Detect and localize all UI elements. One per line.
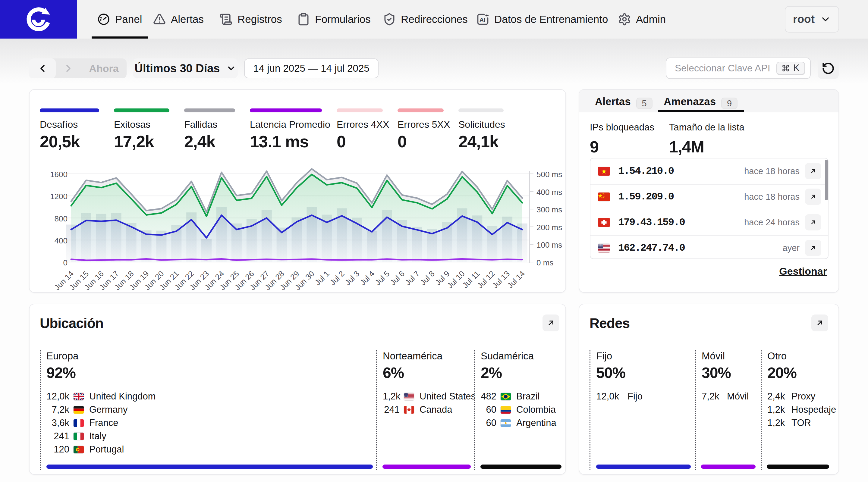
svg-text:200 ms: 200 ms (536, 223, 562, 232)
svg-text:Jul 8: Jul 8 (418, 269, 436, 287)
svg-text:100 ms: 100 ms (536, 240, 562, 250)
svg-text:Jul 2: Jul 2 (328, 269, 346, 287)
svg-text:Jul 3: Jul 3 (343, 269, 361, 287)
svg-text:0 ms: 0 ms (536, 258, 553, 267)
svg-text:AI: AI (479, 17, 485, 23)
svg-text:Jul 5: Jul 5 (373, 269, 391, 287)
svg-text:1200: 1200 (50, 192, 67, 201)
svg-text:Jul 10: Jul 10 (445, 269, 466, 290)
svg-text:300 ms: 300 ms (536, 205, 562, 214)
svg-text:400: 400 (55, 236, 67, 245)
svg-text:500 ms: 500 ms (536, 170, 562, 179)
svg-text:0: 0 (63, 258, 67, 267)
svg-text:Jul 6: Jul 6 (388, 269, 406, 287)
svg-text:800: 800 (55, 214, 67, 223)
svg-text:Jul 7: Jul 7 (403, 269, 421, 287)
svg-text:400 ms: 400 ms (536, 188, 562, 197)
svg-text:1600: 1600 (50, 170, 67, 179)
svg-text:Jul 1: Jul 1 (313, 269, 331, 287)
svg-text:Jul 4: Jul 4 (358, 269, 376, 287)
svg-text:Jul 14: Jul 14 (505, 269, 527, 290)
